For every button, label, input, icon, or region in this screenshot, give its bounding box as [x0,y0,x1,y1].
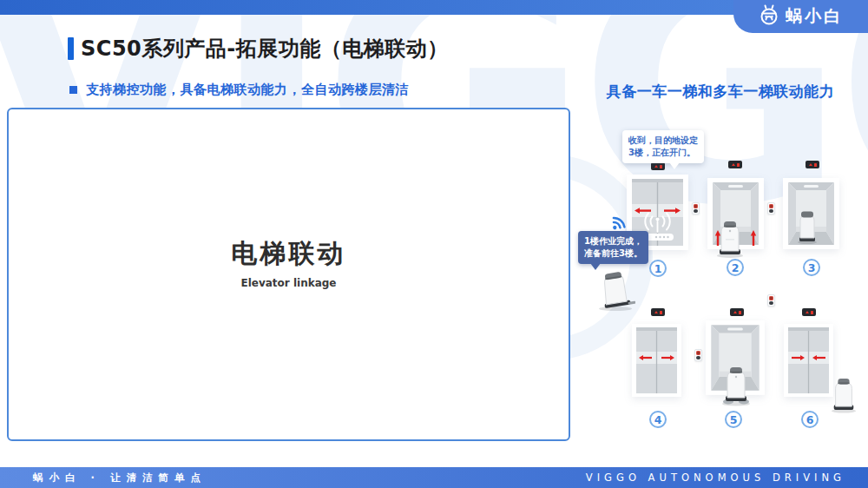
right-panel-heading: 具备一车一梯和多车一梯联动能力 [573,82,868,102]
floor-display-5 [730,308,744,316]
slide: VIGGO 蜗小白 SC50系列产品-拓展功能（电梯联动） 支持梯控功能，具 [0,0,868,488]
snail-icon [759,3,779,30]
floor-display-1 [651,162,665,170]
elevator-diagram: 收到，目的地设定 3楼，正在开门。 [573,113,868,456]
card-title: 电梯联动 [232,236,346,272]
elevator-6-doors-closing [784,324,833,397]
step-circle-4: 4 [649,411,667,428]
title-accent-bar [68,37,74,60]
call-button-panel-4 [767,294,775,307]
elevator-4-doors-opening [632,324,681,397]
bubble-white-line1: 收到，目的地设定 [628,135,698,147]
brand-logo: 蜗小白 [733,0,868,33]
call-button-panel-2 [767,202,775,214]
step-circle-5: 5 [725,411,742,428]
footer-tagline: 蜗小白 · 让清洁简单点 [33,472,207,485]
floor-display-3 [806,161,819,168]
title-row: SC50系列产品-拓展功能（电梯联动） [68,35,449,63]
step-circle-1: 1 [649,260,667,277]
floor-display-4 [651,308,665,316]
bubble-blue-line1: 1楼作业完成， [584,235,642,247]
robot-side-view [595,269,635,311]
brand-name: 蜗小白 [786,5,843,28]
bullet-row: 支持梯控功能，具备电梯联动能力，全自动跨楼层清洁 [69,82,409,98]
card-subtitle: Elevator linkage [232,277,346,289]
content-card: 电梯联动 Elevator linkage [7,108,570,441]
robot-speech-bubble-blue: 1楼作业完成， 准备前往3楼。 [578,231,648,264]
step-circle-3: 3 [803,259,820,276]
footer-bar: 蜗小白 · 让清洁简单点 VIGGO AUTONOMOUS DRIVING [0,467,868,488]
robot-exiting-elevator-5 [720,363,752,406]
bullet-square-icon [69,86,77,94]
bubble-white-line2: 3楼，正在开门。 [628,147,698,159]
robot-beside-elevator-6 [830,374,858,414]
robot-inside-elevator-3 [797,209,818,244]
step-circle-6: 6 [801,411,819,428]
page-title: SC50系列产品-拓展功能（电梯联动） [81,35,449,63]
call-button-panel-1 [692,202,700,214]
bubble-blue-line2: 准备前往3楼。 [584,247,642,260]
robot-speech-bubble-white: 收到，目的地设定 3楼，正在开门。 [622,130,704,163]
footer-brand-en: VIGGO AUTONOMOUS DRIVING [586,472,845,484]
robot-entering-elevator-2 [715,218,745,258]
bullet-text: 支持梯控功能，具备电梯联动能力，全自动跨楼层清洁 [86,82,409,98]
floor-display-6 [802,308,816,316]
step-circle-2: 2 [727,259,744,276]
call-button-panel-3 [694,349,702,361]
floor-display-2 [728,161,742,168]
